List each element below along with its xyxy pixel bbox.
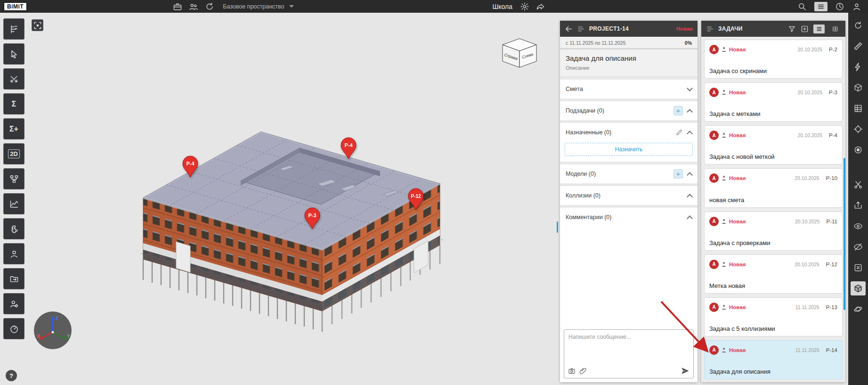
charts-button[interactable] bbox=[3, 193, 24, 214]
chevron-up-icon[interactable] bbox=[687, 172, 693, 178]
detail-title: PROJECT1-14 bbox=[589, 25, 629, 32]
section-comments-header[interactable]: Комментарии (0) bbox=[560, 208, 698, 227]
section-models-header[interactable]: Модели (0) + bbox=[560, 164, 698, 183]
share-icon[interactable] bbox=[536, 2, 545, 11]
camera-icon[interactable] bbox=[568, 367, 576, 375]
sync-view-button[interactable] bbox=[851, 18, 866, 33]
task-card[interactable]: A Новая 20.10.2025 P-4 Задача с новой ме… bbox=[704, 125, 843, 164]
detail-description-label: Описание bbox=[560, 64, 698, 76]
axis-gizmo[interactable]: Z X Y bbox=[33, 311, 73, 350]
section-estimate-header[interactable]: Смета bbox=[560, 80, 698, 98]
measure-button[interactable] bbox=[851, 39, 866, 53]
sort-icon[interactable] bbox=[706, 25, 714, 33]
chevron-down-icon[interactable] bbox=[687, 85, 693, 91]
marker-pin[interactable]: P-4 bbox=[340, 137, 357, 160]
viewport-3d[interactable]: P-4 P-4 P-3 P-12 Справа Слева bbox=[28, 13, 560, 385]
line-chart-icon bbox=[9, 199, 19, 209]
model-tree-button[interactable] bbox=[3, 18, 24, 40]
plugins-button[interactable] bbox=[3, 218, 24, 239]
task-card[interactable]: A Новая 11.11.2025 P-13 Задача с 5 колли… bbox=[704, 297, 843, 336]
assignee-icon bbox=[722, 347, 726, 353]
profile-icon[interactable] bbox=[852, 2, 861, 11]
cube-tool-button[interactable] bbox=[851, 281, 866, 295]
export-model-button[interactable] bbox=[851, 198, 866, 213]
eye-off-icon bbox=[853, 242, 863, 252]
back-arrow-icon[interactable] bbox=[565, 25, 573, 33]
sync-model-icon[interactable] bbox=[205, 2, 214, 11]
view-cube[interactable]: Справа Слева bbox=[497, 35, 540, 69]
search-icon[interactable] bbox=[797, 2, 807, 11]
chevron-up-icon[interactable] bbox=[687, 109, 693, 115]
grid-view-icon bbox=[832, 26, 839, 32]
history-icon[interactable] bbox=[835, 2, 844, 11]
section-collisions-header[interactable]: Коллизии (0) bbox=[560, 186, 698, 205]
task-card[interactable]: A Новая 20.10.2025 P-11 Задача с проверк… bbox=[704, 212, 843, 251]
add-task-icon[interactable] bbox=[801, 25, 809, 33]
quick-actions-button[interactable] bbox=[851, 60, 866, 74]
task-card[interactable]: A Новая 20.10.2025 P-2 Задача со скринам… bbox=[704, 40, 843, 79]
task-card[interactable]: A Новая 20.10.2025 P-12 Метка новая bbox=[704, 254, 843, 294]
sum-add-button[interactable]: Σ+ bbox=[3, 118, 24, 139]
task-card-selected[interactable]: A Новая 11.11.2025 P-14 Задача для описа… bbox=[704, 340, 843, 379]
user-settings-button[interactable] bbox=[3, 293, 24, 314]
task-card[interactable]: A Новая 20.10.2025 P-3 Задача с метками bbox=[704, 82, 843, 122]
orbit-button[interactable] bbox=[851, 302, 866, 316]
view-2d-button[interactable]: 2D bbox=[3, 143, 24, 164]
right-toolbar bbox=[848, 13, 868, 385]
help-button[interactable]: ? bbox=[6, 370, 17, 381]
attach-icon[interactable] bbox=[579, 367, 587, 375]
section-label: Назначенные (0) bbox=[566, 129, 611, 136]
focus-model-button[interactable] bbox=[32, 19, 43, 31]
marker-pin[interactable]: P-12 bbox=[407, 188, 425, 211]
cube-active-icon bbox=[853, 284, 863, 293]
gauge-button[interactable] bbox=[3, 318, 24, 339]
structure-button[interactable] bbox=[3, 168, 24, 189]
workspace-selector[interactable]: Базовое пространство bbox=[223, 3, 312, 10]
settings-gear-icon[interactable] bbox=[520, 2, 529, 11]
marker-pin[interactable]: P-3 bbox=[303, 207, 321, 230]
clear-selection-button[interactable] bbox=[851, 261, 866, 275]
comment-input[interactable] bbox=[564, 330, 693, 365]
filter-icon[interactable] bbox=[788, 25, 796, 33]
chevron-up-icon[interactable] bbox=[687, 194, 693, 200]
sync-icon bbox=[853, 21, 863, 30]
marker-pin[interactable]: P-4 bbox=[181, 156, 199, 178]
sum-button[interactable]: Σ bbox=[3, 93, 24, 115]
send-icon[interactable] bbox=[681, 367, 690, 375]
bimit-app: BiMiT Базовое пространство Школа bbox=[0, 0, 868, 385]
teams-icon[interactable] bbox=[189, 2, 198, 11]
sum-icon: Σ bbox=[12, 100, 16, 108]
tasks-scrollbar[interactable] bbox=[844, 158, 845, 310]
select-point-button[interactable] bbox=[3, 43, 24, 65]
task-list-icon[interactable] bbox=[577, 25, 585, 33]
record-button[interactable] bbox=[851, 143, 866, 157]
add-model-button[interactable]: + bbox=[673, 169, 683, 179]
task-card[interactable]: A Новая 20.10.2025 P-10 новая смета bbox=[704, 168, 843, 207]
show-button[interactable] bbox=[851, 219, 866, 233]
assignee-icon bbox=[722, 175, 726, 181]
grid-view-button[interactable] bbox=[829, 25, 841, 33]
target-button[interactable] bbox=[851, 122, 866, 136]
section-subtasks-header[interactable]: Подзадачи (0) + bbox=[560, 101, 698, 120]
table-button[interactable] bbox=[851, 101, 866, 115]
chevron-up-icon[interactable] bbox=[687, 131, 693, 137]
chevron-up-icon[interactable] bbox=[687, 215, 693, 221]
crossing-arrows-icon bbox=[9, 74, 19, 84]
assign-button[interactable]: Назначить bbox=[565, 143, 693, 156]
user-button[interactable] bbox=[3, 243, 24, 264]
section-cut-button[interactable] bbox=[851, 178, 866, 192]
task-title: Задача с 5 коллизиями bbox=[709, 320, 837, 332]
main-menu-button[interactable] bbox=[814, 2, 827, 11]
model-view-button[interactable] bbox=[851, 81, 866, 95]
share-model-button[interactable] bbox=[3, 268, 24, 289]
section-assigned-header[interactable]: Назначенные (0) bbox=[560, 123, 698, 142]
collisions-button[interactable] bbox=[3, 68, 24, 90]
detail-status-badge: Новая bbox=[676, 26, 693, 32]
list-view-button[interactable] bbox=[813, 25, 825, 33]
hide-button[interactable] bbox=[851, 240, 866, 254]
task-date: 20.10.2025 bbox=[798, 90, 823, 95]
add-subtask-button[interactable]: + bbox=[673, 106, 683, 115]
projects-icon[interactable] bbox=[173, 2, 182, 11]
task-status: Новая bbox=[729, 262, 746, 267]
edit-pencil-icon[interactable] bbox=[675, 129, 683, 136]
